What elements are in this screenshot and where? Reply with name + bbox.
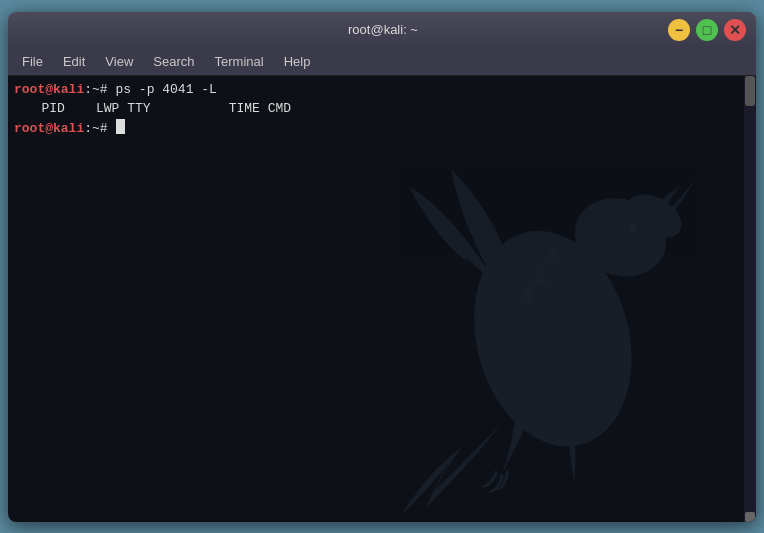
terminal-cursor	[116, 119, 125, 134]
window-controls: − □ ✕	[668, 19, 746, 41]
close-button[interactable]: ✕	[724, 19, 746, 41]
terminal-line-3: root@kali:~#	[14, 119, 750, 139]
terminal-body[interactable]: root@kali:~# ps -p 4041 -L PID LWP TTY T…	[8, 76, 756, 522]
titlebar: root@kali: ~ − □ ✕	[8, 12, 756, 48]
menu-help[interactable]: Help	[276, 52, 319, 71]
menu-search[interactable]: Search	[145, 52, 202, 71]
prompt-user-1: root@kali	[14, 80, 84, 100]
terminal-line-1: root@kali:~# ps -p 4041 -L	[14, 80, 750, 100]
terminal-window: root@kali: ~ − □ ✕ File Edit View Search…	[8, 12, 756, 522]
prompt-user-2: root@kali	[14, 119, 84, 139]
terminal-output-1: PID LWP TTY TIME CMD	[14, 99, 750, 119]
prompt-sep-1: :~	[84, 80, 100, 100]
menu-file[interactable]: File	[14, 52, 51, 71]
prompt-sep-2: :~	[84, 119, 100, 139]
menu-view[interactable]: View	[97, 52, 141, 71]
menubar: File Edit View Search Terminal Help	[8, 48, 756, 76]
maximize-button[interactable]: □	[696, 19, 718, 41]
menu-edit[interactable]: Edit	[55, 52, 93, 71]
prompt-hash-1: #	[100, 80, 116, 100]
menu-terminal[interactable]: Terminal	[207, 52, 272, 71]
minimize-button[interactable]: −	[668, 19, 690, 41]
prompt-hash-2: #	[100, 119, 116, 139]
terminal-content[interactable]: root@kali:~# ps -p 4041 -L PID LWP TTY T…	[8, 76, 756, 522]
window-title: root@kali: ~	[98, 22, 668, 37]
command-text: ps -p 4041 -L	[115, 80, 216, 100]
